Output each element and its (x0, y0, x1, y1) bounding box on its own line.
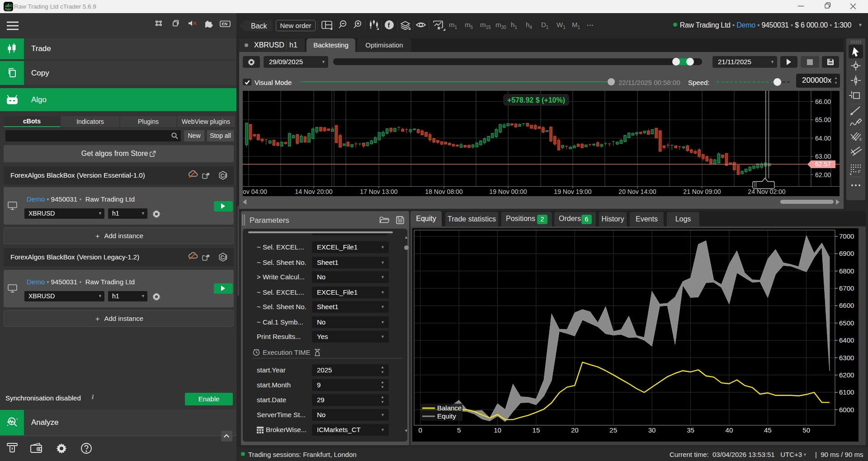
svg-text:F: F (858, 169, 861, 174)
svg-text:15: 15 (533, 426, 540, 434)
svg-text:C#: C# (221, 173, 228, 179)
svg-text:18 Nov 08:00: 18 Nov 08:00 (425, 188, 462, 195)
svg-text:20 Nov 14:00: 20 Nov 14:00 (618, 188, 656, 195)
svg-text:21 Nov 09:00: 21 Nov 09:00 (683, 188, 721, 195)
svg-text:6200: 6200 (839, 371, 854, 379)
svg-text:Markets: Markets (5, 8, 11, 10)
svg-text:EN: EN (222, 22, 228, 26)
svg-text:6900: 6900 (839, 249, 854, 257)
svg-text:Balance: Balance (437, 404, 462, 412)
svg-text:30: 30 (648, 426, 656, 434)
svg-text:Back: Back (251, 22, 268, 30)
svg-text:63.00: 63.00 (815, 153, 831, 160)
svg-text:6100: 6100 (839, 388, 854, 396)
svg-text:6400: 6400 (839, 336, 854, 344)
svg-text:62.00: 62.00 (815, 171, 831, 179)
svg-text:ov 04:00: ov 04:00 (243, 188, 267, 195)
svg-text:45: 45 (764, 426, 772, 434)
svg-text:É: É (859, 137, 862, 141)
svg-text:6800: 6800 (839, 267, 854, 275)
svg-text:20: 20 (571, 426, 579, 434)
svg-text:6000: 6000 (839, 406, 854, 414)
svg-text:0: 0 (419, 426, 422, 434)
svg-text:66.00: 66.00 (815, 98, 831, 105)
svg-text:35: 35 (687, 426, 694, 434)
svg-text:25: 25 (609, 426, 617, 434)
svg-text:24 Nov 02:00: 24 Nov 02:00 (748, 188, 785, 195)
svg-text:f: f (388, 22, 390, 29)
svg-text:19 Nov 00:00: 19 Nov 00:00 (489, 188, 527, 195)
svg-text:19 Nov 19:00: 19 Nov 19:00 (554, 188, 591, 195)
svg-text:14 Nov 20:00: 14 Nov 20:00 (295, 188, 332, 195)
svg-text:10: 10 (494, 426, 501, 434)
svg-text:40: 40 (726, 426, 733, 434)
svg-text:5: 5 (457, 426, 461, 434)
svg-text:6500: 6500 (839, 319, 854, 327)
svg-text:6300: 6300 (839, 354, 854, 362)
svg-text:7000: 7000 (839, 232, 854, 240)
svg-text:62.57: 62.57 (815, 160, 831, 168)
svg-text:6600: 6600 (839, 301, 854, 309)
svg-text:+578.92 $ (+10%): +578.92 $ (+10%) (507, 96, 565, 104)
svg-text:65.00: 65.00 (815, 116, 831, 123)
svg-text:64.00: 64.00 (815, 135, 831, 142)
svg-text:6700: 6700 (839, 284, 854, 292)
svg-text:C#: C# (221, 254, 228, 261)
svg-text:Equity: Equity (437, 412, 456, 420)
svg-text:50: 50 (802, 426, 810, 434)
svg-text:17 Nov 13:00: 17 Nov 13:00 (360, 188, 397, 195)
svg-text:IC: IC (9, 4, 13, 7)
